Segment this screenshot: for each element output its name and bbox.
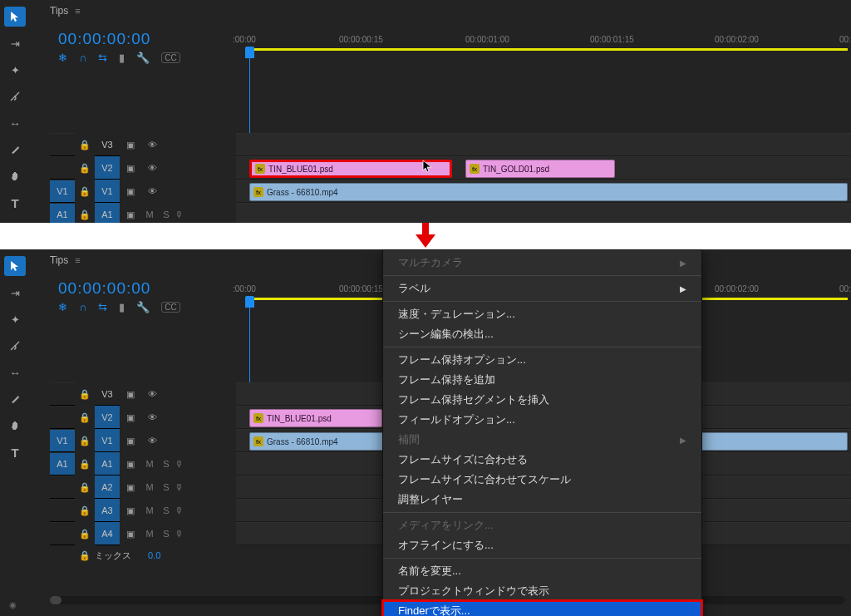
toggle-output-icon[interactable]: ▣ (120, 389, 141, 400)
video-track-v3[interactable]: 🔒 V3 ▣ 👁 (50, 133, 851, 156)
toggle-output-icon[interactable]: ▣ (120, 436, 141, 446)
eye-icon[interactable]: 👁 (141, 186, 163, 196)
lock-icon[interactable]: 🔒 (75, 389, 95, 400)
slip-tool[interactable]: ↔ (4, 362, 26, 382)
snap-icon[interactable]: ∩ (79, 301, 86, 313)
lock-icon[interactable]: 🔒 (75, 459, 95, 470)
ripple-edit-tool[interactable]: ✦ (4, 309, 26, 329)
toggle-output-icon[interactable]: ▣ (120, 140, 141, 150)
timeline-clip[interactable]: fxTIN_BLUE01.psd (249, 160, 452, 178)
playhead[interactable] (245, 47, 254, 58)
video-track-v1[interactable]: V1 🔒 V1 ▣ 👁 fxGrass - 66810.mp4 (50, 180, 851, 203)
razor-tool[interactable] (4, 86, 26, 106)
eye-icon[interactable]: 👁 (141, 163, 163, 173)
context-menu-item[interactable]: オフラインにする... (383, 535, 701, 555)
source-patch[interactable] (50, 156, 75, 180)
eye-icon[interactable]: 👁 (141, 436, 163, 446)
lock-icon[interactable]: 🔒 (75, 140, 95, 150)
sequence-tab[interactable]: Tips ≡ (50, 5, 81, 17)
mute-icon[interactable]: M (141, 505, 158, 515)
slip-tool[interactable]: ↔ (4, 113, 26, 133)
eye-icon[interactable]: 👁 (141, 389, 163, 399)
caption-track-icon[interactable]: CC (161, 302, 180, 313)
context-menu-item[interactable]: フィールドオプション... (383, 410, 701, 430)
selection-tool[interactable] (4, 7, 26, 27)
lock-icon[interactable]: 🔒 (75, 412, 95, 423)
voice-over-icon[interactable]: 🎙 (175, 209, 191, 219)
nest-sequence-icon[interactable]: ❄ (58, 52, 67, 64)
linked-selection-icon[interactable]: ⇆ (98, 301, 107, 313)
solo-icon[interactable]: S (158, 459, 175, 469)
razor-tool[interactable] (4, 336, 26, 356)
toggle-output-icon[interactable]: ▣ (120, 412, 141, 423)
context-menu-item[interactable]: ラベル▶ (383, 278, 701, 298)
work-area-bar[interactable] (249, 48, 848, 51)
mix-value[interactable]: 0.0 (148, 550, 160, 560)
mute-icon[interactable]: M (141, 529, 158, 539)
source-patch[interactable]: A1 (50, 203, 75, 223)
hand-tool[interactable] (4, 166, 26, 186)
track-label[interactable]: A1 (95, 203, 120, 223)
pen-tool[interactable] (4, 140, 26, 160)
context-menu-item[interactable]: フレーム保持セグメントを挿入 (383, 390, 701, 410)
scroll-thumb[interactable] (50, 596, 61, 604)
context-menu-item[interactable]: プロジェクトウィンドウで表示 (383, 581, 701, 601)
voice-over-icon[interactable]: 🎙 (175, 529, 191, 539)
lock-icon[interactable]: 🔒 (75, 482, 95, 493)
lock-icon[interactable]: 🔒 (75, 505, 95, 516)
context-menu-item[interactable]: 名前を変更... (383, 561, 701, 581)
eye-icon[interactable]: 👁 (141, 412, 163, 422)
panel-menu-icon[interactable]: ≡ (75, 255, 80, 265)
solo-icon[interactable]: S (158, 505, 175, 515)
selection-tool[interactable] (4, 256, 26, 276)
timeline-clip[interactable]: fxTIN_BLUE01.psd (249, 409, 382, 427)
context-menu-item[interactable]: フレームサイズに合わせる (383, 450, 701, 470)
panel-menu-icon[interactable]: ≡ (75, 6, 80, 16)
track-label[interactable]: V1 (95, 180, 120, 203)
type-tool[interactable]: T (4, 442, 26, 462)
settings-icon[interactable]: 🔧 (136, 52, 150, 64)
context-menu-item[interactable]: Finderで表示... (383, 601, 701, 616)
playhead-timecode[interactable]: 00:00:00:00 (58, 30, 150, 48)
toggle-output-icon[interactable]: ▣ (120, 163, 141, 174)
type-tool[interactable]: T (4, 193, 26, 213)
context-menu-item[interactable]: シーン編集の検出... (383, 324, 701, 344)
voice-over-icon[interactable]: 🎙 (175, 505, 191, 515)
context-menu-item[interactable]: 速度・デュレーション... (383, 304, 701, 324)
time-ruler[interactable]: :00:0000:00:00:1500:00:01:0000:00:01:150… (236, 35, 851, 52)
source-patch[interactable]: V1 (50, 180, 75, 203)
toggle-output-icon[interactable]: ▣ (120, 186, 141, 197)
video-track-v2[interactable]: 🔒 V2 ▣ 👁 fxTIN_BLUE01.psdfxTIN_GOLD01.ps… (50, 156, 851, 180)
track-select-tool[interactable]: ⇥ (4, 33, 26, 53)
linked-selection-icon[interactable]: ⇆ (98, 52, 107, 64)
lock-icon[interactable]: 🔒 (75, 163, 95, 174)
track-label[interactable]: V3 (95, 133, 120, 156)
lock-icon[interactable]: 🔒 (75, 436, 95, 446)
eye-icon[interactable]: 👁 (141, 140, 163, 150)
context-menu-item[interactable]: 調整レイヤー (383, 490, 701, 510)
lock-icon[interactable]: 🔒 (75, 529, 95, 540)
toggle-output-icon[interactable]: ▣ (120, 209, 141, 220)
toggle-output-icon[interactable]: ▣ (120, 459, 141, 470)
mute-icon[interactable]: M (141, 459, 158, 469)
solo-icon[interactable]: S (158, 529, 175, 539)
hand-tool[interactable] (4, 416, 26, 436)
snap-icon[interactable]: ∩ (79, 52, 86, 64)
solo-icon[interactable]: S (158, 209, 175, 219)
pen-tool[interactable] (4, 389, 26, 409)
timeline-clip[interactable]: fxTIN_GOLD01.psd (465, 160, 615, 178)
context-menu-item[interactable]: フレーム保持を追加 (383, 370, 701, 390)
track-select-tool[interactable]: ⇥ (4, 283, 26, 303)
voice-over-icon[interactable]: 🎙 (175, 459, 191, 469)
marker-icon[interactable]: ▮ (119, 52, 125, 64)
sequence-tab[interactable]: Tips ≡ (50, 254, 81, 266)
caption-track-icon[interactable]: CC (161, 52, 180, 63)
playhead[interactable] (245, 296, 254, 308)
lock-icon[interactable]: 🔒 (75, 209, 95, 220)
ripple-edit-tool[interactable]: ✦ (4, 60, 26, 80)
solo-icon[interactable]: S (158, 482, 175, 492)
track-label[interactable]: V2 (95, 156, 120, 180)
lock-icon[interactable]: 🔒 (75, 186, 95, 197)
source-patch[interactable] (50, 133, 75, 156)
audio-track-a1[interactable]: A1 🔒 A1 ▣ M S 🎙 (50, 203, 851, 223)
